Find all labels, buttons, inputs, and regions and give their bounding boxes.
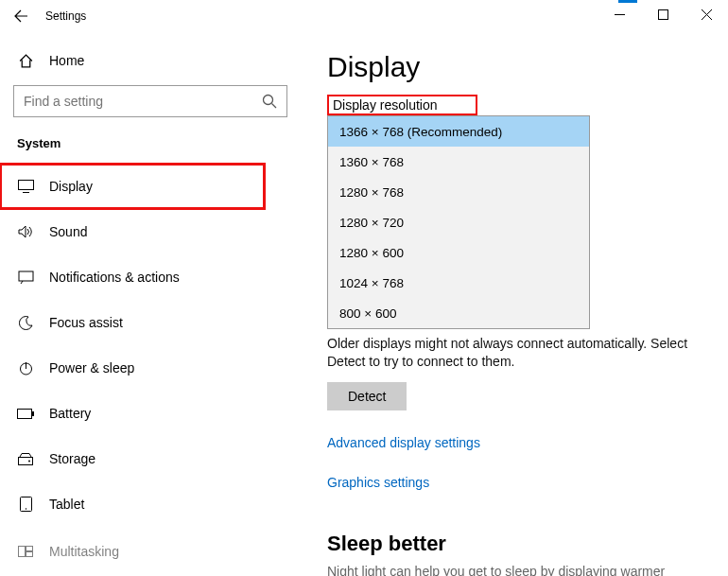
- sound-icon: [17, 225, 34, 238]
- sidebar-item-display[interactable]: Display: [0, 164, 265, 209]
- svg-point-1: [264, 96, 273, 105]
- sidebar: Home System Display Sound Notifications …: [0, 32, 301, 576]
- sidebar-item-label: Tablet: [49, 497, 84, 512]
- sidebar-item-tablet[interactable]: Tablet: [0, 481, 301, 527]
- notifications-icon: [17, 271, 34, 284]
- search-box[interactable]: [13, 85, 287, 117]
- sidebar-item-focus-assist[interactable]: Focus assist: [0, 300, 301, 345]
- minimize-button[interactable]: [598, 0, 641, 28]
- sleep-better-heading: Sleep better: [327, 532, 711, 556]
- main-panel: Display Display resolution 1366 × 768 (R…: [301, 32, 728, 576]
- sleep-better-description: Night light can help you get to sleep by…: [327, 564, 711, 576]
- multitasking-icon: [17, 546, 34, 557]
- svg-rect-5: [18, 409, 32, 418]
- search-icon: [262, 94, 277, 109]
- sidebar-item-battery[interactable]: Battery: [0, 391, 301, 436]
- home-icon: [17, 53, 34, 69]
- window-title: Settings: [45, 9, 86, 23]
- sidebar-item-multitasking[interactable]: Multitasking: [0, 529, 301, 574]
- resolution-option[interactable]: 1280 × 600: [328, 237, 589, 268]
- sidebar-item-notifications[interactable]: Notifications & actions: [0, 254, 301, 300]
- graphics-settings-link[interactable]: Graphics settings: [327, 475, 711, 490]
- close-icon: [702, 9, 712, 20]
- resolution-option[interactable]: 800 × 600: [328, 298, 589, 328]
- sidebar-item-label: Sound: [49, 224, 87, 239]
- sidebar-item-label: Notifications & actions: [49, 270, 180, 285]
- home-nav-item[interactable]: Home: [0, 42, 301, 79]
- svg-point-10: [25, 508, 26, 510]
- back-button[interactable]: [0, 0, 42, 32]
- detect-description: Older displays might not always connect …: [327, 335, 711, 371]
- resolution-dropdown[interactable]: 1366 × 768 (Recommended) 1360 × 768 1280…: [327, 115, 590, 329]
- maximize-button[interactable]: [641, 0, 685, 28]
- sidebar-item-power-sleep[interactable]: Power & sleep: [0, 345, 301, 391]
- maximize-icon: [658, 9, 668, 20]
- sidebar-item-label: Battery: [49, 406, 91, 421]
- tablet-icon: [17, 497, 34, 512]
- display-resolution-label: Display resolution: [327, 95, 477, 115]
- home-label: Home: [49, 53, 84, 68]
- svg-rect-13: [26, 552, 33, 557]
- svg-rect-3: [19, 271, 33, 281]
- resolution-option[interactable]: 1360 × 768: [328, 147, 589, 177]
- section-title: System: [0, 131, 301, 164]
- minimize-icon: [615, 9, 625, 20]
- close-button[interactable]: [685, 0, 728, 28]
- detect-button[interactable]: Detect: [327, 382, 407, 410]
- resolution-option[interactable]: 1280 × 768: [328, 177, 589, 207]
- battery-icon: [17, 409, 34, 419]
- sidebar-item-label: Focus assist: [49, 315, 123, 330]
- svg-rect-6: [32, 411, 34, 416]
- storage-icon: [17, 453, 34, 465]
- resolution-option[interactable]: 1024 × 768: [328, 268, 589, 298]
- resolution-option[interactable]: 1366 × 768 (Recommended): [328, 116, 589, 147]
- power-icon: [17, 361, 34, 375]
- title-bar: Settings: [0, 0, 728, 32]
- monitor-icon: [17, 180, 34, 193]
- page-title: Display: [327, 51, 711, 83]
- svg-rect-7: [19, 457, 33, 464]
- search-input[interactable]: [24, 94, 262, 109]
- sidebar-item-label: Display: [49, 179, 93, 194]
- arrow-left-icon: [13, 9, 28, 24]
- sidebar-item-sound[interactable]: Sound: [0, 209, 301, 254]
- sidebar-item-label: Multitasking: [49, 544, 119, 559]
- sidebar-item-label: Power & sleep: [49, 360, 134, 375]
- svg-rect-11: [19, 547, 26, 557]
- sidebar-item-storage[interactable]: Storage: [0, 436, 301, 481]
- sidebar-item-label: Storage: [49, 451, 95, 466]
- advanced-display-settings-link[interactable]: Advanced display settings: [327, 435, 711, 450]
- svg-rect-2: [18, 181, 33, 190]
- moon-icon: [17, 316, 34, 330]
- svg-rect-12: [26, 547, 33, 551]
- svg-point-8: [28, 460, 30, 462]
- svg-rect-0: [658, 9, 667, 19]
- resolution-option[interactable]: 1280 × 720: [328, 207, 589, 237]
